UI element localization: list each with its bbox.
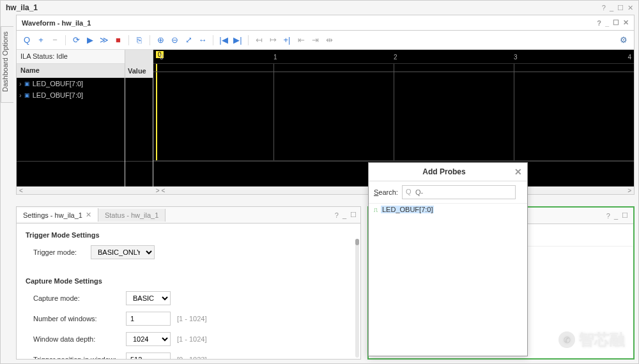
minimize-icon[interactable]: _ (614, 212, 618, 220)
waveform-body: ILA Status: Idle Name › ▣ LED_OBUF[7:0] … (17, 50, 634, 186)
search-icon: Q (406, 188, 412, 195)
depth-select[interactable]: 1024 (126, 332, 171, 346)
zoom-in-icon[interactable]: ⊕ (154, 34, 167, 47)
export-icon[interactable]: ⎘ (133, 34, 146, 47)
help-icon[interactable]: ? (602, 4, 606, 11)
tab-label: Settings - hw_ila_1 (23, 211, 82, 219)
waveform-toolbar: Q + − ⟳ ▶ ≫ ■ ⎘ ⊕ ⊖ ⤢ ↔ |◀ ▶| ↤ ↦ (17, 31, 634, 50)
num-windows-hint: [1 - 1024] (177, 315, 206, 322)
maximize-icon[interactable]: ☐ (350, 211, 357, 219)
tick-label: 2 (394, 54, 397, 61)
trigger-mode-row: Trigger mode: BASIC_ONLY (26, 245, 351, 259)
signal-list: › ▣ LED_OBUF[7:0] › ▣ LED_OBUF[7:0] (17, 78, 125, 161)
search-icon[interactable]: Q (20, 34, 33, 47)
dashboard-options-tab[interactable]: Dashboard Options (1, 26, 13, 103)
scroll-split-icon[interactable]: > < (153, 187, 167, 194)
add-icon[interactable]: + (35, 34, 47, 47)
value-footer (125, 161, 153, 186)
popup-search-row: Search: Q (369, 181, 527, 204)
add-marker-icon[interactable]: +| (281, 34, 293, 47)
expand-icon[interactable]: › (19, 91, 22, 99)
cursor-icon[interactable]: ↔ (196, 34, 209, 47)
bus-icon: ▣ (24, 92, 30, 98)
waveform-scrollbar[interactable]: < > < > (17, 186, 634, 194)
go-last-icon[interactable]: ▶| (231, 34, 244, 47)
value-list (125, 78, 153, 161)
scrollbar[interactable] (355, 239, 359, 358)
zoom-fit-icon[interactable]: ⤢ (182, 34, 195, 47)
settings-panel: Settings - hw_ila_1 ✕ Status - hw_ila_1 … (16, 206, 361, 360)
tab-label: Status - hw_ila_1 (105, 211, 158, 219)
tab-status[interactable]: Status - hw_ila_1 (98, 209, 166, 222)
num-windows-label: Number of windows: (33, 315, 126, 322)
trigger-window-controls: ? _ ☐ (606, 211, 628, 220)
refresh-icon[interactable]: ⟳ (70, 34, 82, 47)
separator (128, 35, 129, 45)
tab-settings[interactable]: Settings - hw_ila_1 ✕ (17, 208, 98, 222)
num-windows-row: Number of windows: [1 - 1024] (26, 312, 351, 326)
main-titlebar: hw_ila_1 ? _ ☐ ✕ (1, 1, 638, 15)
signal-row[interactable]: › ▣ LED_OBUF[7:0] (17, 89, 125, 101)
num-windows-input[interactable] (126, 312, 171, 326)
search-input[interactable] (402, 185, 516, 199)
signal-row[interactable]: › ▣ LED_OBUF[7:0] (17, 78, 125, 89)
trigger-mode-select[interactable]: BASIC_ONLY (91, 245, 155, 259)
trigpos-label: Trigger position in window: (33, 356, 126, 359)
gridline (153, 72, 634, 72)
trigpos-row: Trigger position in window: [0 - 1023] (26, 353, 351, 359)
separator (65, 35, 66, 45)
scroll-left-icon[interactable]: < (17, 187, 26, 194)
close-icon[interactable]: ✕ (514, 167, 522, 177)
expand-icon[interactable]: › (19, 80, 22, 87)
capture-section-title: Capture Mode Settings (26, 277, 351, 285)
time-ruler[interactable]: 0 0 1 2 3 4 (153, 50, 634, 64)
help-icon[interactable]: ? (606, 212, 610, 220)
close-tab-icon[interactable]: ✕ (86, 211, 91, 219)
signal-value-column: Value (125, 50, 153, 186)
capture-mode-select[interactable]: BASIC (126, 291, 171, 305)
minimize-icon[interactable]: _ (605, 19, 609, 27)
name-header: Name (17, 64, 125, 78)
gear-icon[interactable]: ⚙ (617, 34, 630, 47)
close-icon[interactable]: ✕ (627, 4, 633, 12)
tick-label: 0 (160, 54, 164, 61)
cursor-line[interactable] (156, 64, 157, 160)
help-icon[interactable]: ? (597, 19, 601, 27)
align-right-icon[interactable]: ⇥ (309, 34, 321, 47)
probe-item[interactable]: ⎍ LED_OBUF[7:0] (369, 204, 527, 215)
probe-label: LED_OBUF[7:0] (381, 206, 434, 213)
maximize-icon[interactable]: ☐ (613, 19, 619, 27)
watermark-text: 智芯融 (579, 330, 625, 350)
align-center-icon[interactable]: ⇹ (323, 34, 335, 47)
waveform-canvas[interactable] (153, 64, 634, 161)
scroll-right-icon[interactable]: > (625, 187, 634, 194)
help-icon[interactable]: ? (335, 211, 339, 219)
trigpos-input[interactable] (126, 353, 171, 359)
name-footer (17, 161, 125, 186)
scroll-thumb[interactable] (355, 239, 359, 245)
waveform-panel: Waveform - hw_ila_1 ? _ ☐ ✕ Q + − ⟳ ▶ ≫ … (16, 15, 635, 195)
minimize-icon[interactable]: _ (610, 4, 613, 11)
zoom-out-icon[interactable]: ⊖ (168, 34, 181, 47)
go-first-icon[interactable]: |◀ (217, 34, 230, 47)
bus-icon: ▣ (24, 80, 30, 87)
minimize-icon[interactable]: _ (343, 211, 346, 219)
signal-name: LED_OBUF[7:0] (33, 80, 83, 87)
close-icon[interactable]: ✕ (623, 19, 629, 27)
separator (213, 35, 213, 45)
tick-label: 4 (627, 54, 631, 61)
play-icon[interactable]: ▶ (84, 34, 96, 47)
align-left-icon[interactable]: ⇤ (295, 34, 307, 47)
next-edge-icon[interactable]: ↦ (266, 34, 279, 47)
settings-body: Trigger Mode Settings Trigger mode: BASI… (17, 224, 360, 359)
maximize-icon[interactable]: ☐ (622, 211, 628, 220)
remove-icon[interactable]: − (49, 34, 61, 47)
depth-hint: [1 - 1024] (177, 335, 206, 343)
add-probes-dialog: Add Probes ✕ Search: Q ⎍ LED_OBUF[7:0] (368, 162, 528, 356)
trigger-section-title: Trigger Mode Settings (26, 231, 351, 239)
stop-icon[interactable]: ■ (112, 34, 125, 47)
maximize-icon[interactable]: ☐ (617, 4, 624, 12)
signal-name: LED_OBUF[7:0] (33, 91, 83, 99)
fast-forward-icon[interactable]: ≫ (98, 34, 111, 47)
prev-edge-icon[interactable]: ↤ (252, 34, 265, 47)
